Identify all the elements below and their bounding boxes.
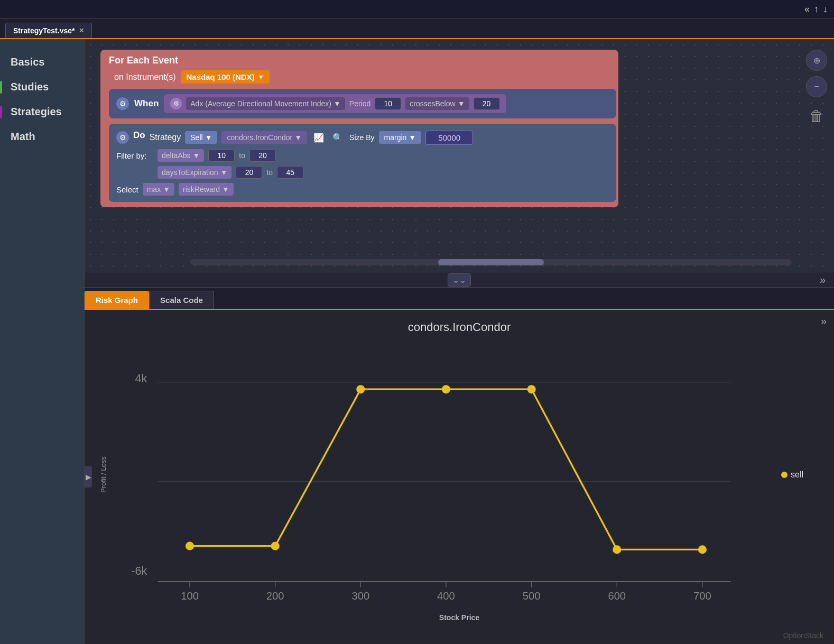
crosses-value-input[interactable]: 20	[474, 97, 500, 110]
adx-dropdown[interactable]: Adx (Average Directional Movement Index)…	[186, 97, 345, 110]
bottom-panel: Risk Graph Scala Code » condors.IronCond…	[85, 288, 834, 644]
period-label: Period	[349, 99, 370, 108]
on-instrument-row: on Instrument(s) Nasdaq 100 (NDX) ▼	[114, 70, 610, 84]
y-axis-label: Profit / Loss	[95, 339, 107, 610]
canvas-target-icon[interactable]: ⊕	[806, 50, 827, 71]
adx-arrow-icon: ▼	[333, 99, 341, 108]
chart-svg: 4k -6k 100 200	[107, 339, 771, 610]
crosses-below-dropdown[interactable]: crossesBelow ▼	[405, 97, 469, 110]
legend-area: sell	[771, 339, 823, 610]
dot-100	[186, 542, 194, 550]
divider-area: ⌄⌄ »	[85, 272, 834, 288]
delta-abs-dropdown[interactable]: deltaAbs ▼	[157, 149, 204, 162]
adx-period-input[interactable]: 10	[375, 97, 401, 110]
dot-700	[698, 545, 707, 554]
legend-sell-item: sell	[781, 470, 803, 480]
tab-close-icon[interactable]: ✕	[79, 27, 84, 34]
max-dropdown[interactable]: max ▼	[143, 183, 174, 196]
margin-dropdown[interactable]: margin ▼	[379, 131, 422, 144]
select-row: Select max ▼ riskReward ▼	[116, 183, 609, 196]
left-expand-tab[interactable]: ▶	[85, 466, 92, 487]
sell-arrow-icon: ▼	[205, 133, 212, 142]
sidebar-item-basics[interactable]: Basics	[0, 50, 84, 75]
filter-by-label: Filter by:	[116, 151, 153, 160]
block-container: For Each Event on Instrument(s) Nasdaq 1…	[100, 50, 618, 207]
x-tick-100: 100	[181, 590, 199, 602]
file-tab[interactable]: StrategyTest.vse* ✕	[5, 23, 92, 38]
strategy-name-dropdown[interactable]: condors.IronCondor ▼	[221, 131, 307, 144]
trash-icon[interactable]: 🗑	[803, 103, 830, 129]
do-label: Do	[133, 130, 145, 141]
canvas-right-icons: ⊕ − 🗑	[803, 50, 830, 129]
down-icon[interactable]: ↓	[823, 4, 828, 15]
chart-container: condors.IronCondor Profit / Loss 4k -6k	[95, 320, 823, 623]
expand-right-button[interactable]: »	[820, 274, 826, 286]
graph-panel: » condors.IronCondor Profit / Loss 4k -6…	[85, 310, 834, 644]
delta-arrow-icon: ▼	[192, 151, 200, 160]
chart-inner: Profit / Loss 4k -6k	[95, 339, 823, 610]
days-arrow-icon: ▼	[220, 168, 228, 177]
x-tick-300: 300	[351, 590, 369, 602]
chart-title: condors.IronCondor	[95, 320, 823, 334]
filter1-min-input[interactable]: 10	[208, 149, 235, 162]
x-tick-700: 700	[693, 590, 711, 602]
bottom-tabs: Risk Graph Scala Code	[85, 288, 834, 310]
canvas-scrollbar-thumb	[438, 259, 544, 265]
do-block: ⚙ Do Strategy Sell ▼ condors.IronCondor	[109, 124, 616, 202]
margin-arrow-icon: ▼	[409, 133, 416, 142]
do-gear-icon[interactable]: ⚙	[116, 131, 129, 144]
x-tick-500: 500	[523, 590, 541, 602]
for-each-label: For Each Event	[109, 55, 610, 66]
filter1-max-input[interactable]: 20	[249, 149, 276, 162]
tab-scala-code[interactable]: Scala Code	[149, 291, 214, 309]
chart-svg-area: 4k -6k 100 200	[107, 339, 771, 610]
sidebar-item-studies[interactable]: Studies	[0, 75, 84, 99]
select-label: Select	[116, 185, 138, 194]
dot-600	[613, 545, 621, 554]
legend-dot	[781, 472, 787, 478]
y-tick-4k: 4k	[135, 372, 147, 385]
margin-value-input[interactable]: 50000	[425, 131, 473, 145]
strategy-label: Strategy	[150, 133, 181, 142]
top-toolbar: « ↑ ↓	[0, 0, 834, 19]
sidebar: Basics Studies Strategies Math	[0, 39, 85, 644]
search-icon[interactable]: 🔍	[330, 132, 345, 144]
when-label: When	[134, 98, 159, 109]
sell-dropdown[interactable]: Sell ▼	[185, 131, 217, 144]
legend-label: sell	[791, 470, 803, 480]
strategy-arrow-icon: ▼	[294, 133, 302, 142]
dot-400	[442, 385, 450, 393]
up-icon[interactable]: ↑	[814, 4, 819, 15]
when-gear-icon[interactable]: ⚙	[116, 97, 129, 110]
sidebar-item-math[interactable]: Math	[0, 124, 84, 149]
instrument-arrow-icon: ▼	[258, 73, 264, 81]
instrument-dropdown[interactable]: Nasdaq 100 (NDX) ▼	[181, 70, 269, 84]
risk-reward-arrow-icon: ▼	[222, 185, 229, 194]
canvas-scrollbar[interactable]	[190, 259, 792, 265]
back-icon[interactable]: «	[804, 4, 810, 15]
tab-risk-graph[interactable]: Risk Graph	[85, 291, 149, 309]
sidebar-item-strategies[interactable]: Strategies	[0, 99, 84, 124]
filter2-min-input[interactable]: 20	[236, 166, 262, 179]
y-tick-neg6k: -6k	[131, 564, 147, 577]
tab-bar: StrategyTest.vse* ✕	[0, 19, 834, 39]
when-block: ⚙ When ⚙ Adx (Average Directional Moveme…	[109, 89, 616, 118]
x-tick-400: 400	[437, 590, 455, 602]
risk-reward-dropdown[interactable]: riskReward ▼	[179, 183, 234, 196]
days-to-expiration-dropdown[interactable]: daysToExpiration ▼	[157, 166, 231, 179]
x-tick-600: 600	[608, 590, 626, 602]
on-instrument-label: on Instrument(s)	[114, 72, 175, 82]
dot-200	[271, 542, 280, 550]
main-area: Basics Studies Strategies Math For Each …	[0, 39, 834, 644]
filter1-to-label: to	[239, 151, 245, 160]
dot-300	[356, 385, 365, 393]
canvas-minus-icon[interactable]: −	[806, 76, 827, 97]
collapse-button[interactable]: ⌄⌄	[448, 273, 471, 287]
x-tick-200: 200	[266, 590, 284, 602]
adx-gear-icon[interactable]: ⚙	[170, 98, 182, 109]
filter2-max-input[interactable]: 45	[277, 166, 303, 179]
canvas-area: For Each Event on Instrument(s) Nasdaq 1…	[85, 39, 834, 272]
strategy-row: Strategy Sell ▼ condors.IronCondor ▼ 📈	[150, 131, 474, 145]
chart-icon[interactable]: 📈	[311, 132, 326, 144]
filter-row-2: daysToExpiration ▼ 20 to 45	[116, 166, 609, 179]
